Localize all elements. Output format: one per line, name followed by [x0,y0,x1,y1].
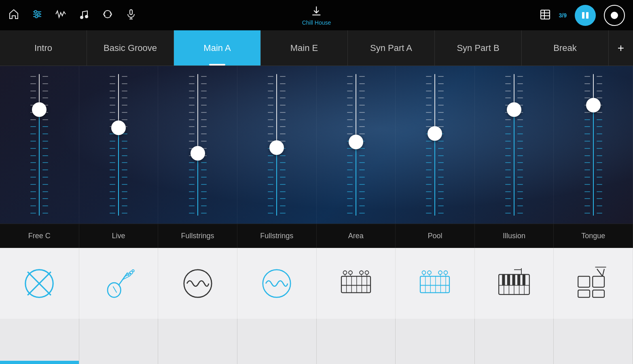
channel-1 [0,66,79,224]
track-list-icon[interactable] [540,9,551,22]
tab-syn-part-a[interactable]: Syn Part A [348,30,435,66]
fader-knob-5[interactable] [349,135,363,149]
bottom-cell-1 [0,319,79,364]
level-marks-right-6 [438,74,444,216]
add-tab-button[interactable]: + [609,30,633,66]
bottom-strip [0,319,633,364]
channel-label-2: Live [79,224,159,248]
mixer-channels [0,66,633,224]
level-marks-left-8 [584,74,590,216]
waveform-icon[interactable] [55,8,66,22]
instrument-icon-7[interactable] [475,248,554,319]
fader-track-1[interactable] [38,74,41,216]
fader-2[interactable] [110,74,127,216]
mic-icon[interactable] [125,8,137,22]
play-pause-button[interactable] [575,5,596,26]
svg-point-7 [85,15,88,18]
svg-point-56 [444,271,448,274]
svg-point-38 [343,271,347,274]
svg-line-28 [113,286,116,292]
bottom-cell-4 [237,319,317,364]
fader-knob-3[interactable] [191,146,205,161]
download-icon[interactable] [311,5,322,19]
svg-rect-69 [512,274,515,285]
level-marks-right-1 [42,74,48,216]
fader-1[interactable] [30,74,48,216]
fader-track-5[interactable] [354,74,358,216]
svg-rect-76 [593,276,604,287]
bottom-cell-5 [317,319,396,364]
svg-rect-17 [586,12,589,19]
instrument-icon-5[interactable] [317,248,396,319]
svg-rect-46 [420,276,449,293]
instrument-icon-3[interactable] [158,248,237,319]
mixer-area [0,66,633,224]
level-marks-right-7 [517,74,523,216]
fader-knob-1[interactable] [32,102,47,117]
fader-knob-6[interactable] [428,126,442,141]
fader-track-8[interactable] [592,74,595,216]
channel-label-4: Fullstrings [237,224,317,248]
track-counter: 3/9 [559,12,567,19]
fader-5[interactable] [347,74,365,216]
fader-track-4[interactable] [275,74,278,216]
svg-rect-71 [523,274,525,285]
fader-track-7[interactable] [512,74,516,216]
tab-intro[interactable]: Intro [0,30,87,66]
channel-label-5: Area [317,224,396,248]
svg-rect-75 [578,276,590,287]
top-nav: Chill House 3/9 [0,0,633,30]
level-marks-left-1 [30,74,36,216]
level-marks-left-7 [505,74,511,216]
tab-break[interactable]: Break [522,30,609,66]
svg-point-41 [365,271,368,274]
level-marks-right-2 [122,74,127,216]
instrument-icon-1[interactable] [0,248,79,319]
channel-4 [237,66,317,224]
svg-rect-8 [130,10,132,15]
svg-point-4 [38,13,40,15]
record-button[interactable] [604,5,625,26]
fader-knob-8[interactable] [586,98,601,112]
fader-knob-4[interactable] [269,140,284,155]
instrument-icon-2[interactable] [79,248,159,319]
project-name: Chill House [302,19,331,26]
tab-main-e[interactable]: Main E [261,30,348,66]
instrument-icon-4[interactable] [237,248,317,319]
level-marks-right-3 [201,74,207,216]
fader-8[interactable] [584,74,602,216]
bottom-cell-3 [158,319,237,364]
home-icon[interactable] [8,8,19,22]
svg-point-55 [438,271,442,274]
channel-3 [158,66,237,224]
svg-point-5 [35,15,38,18]
notes-icon[interactable] [78,8,90,22]
fader-knob-7[interactable] [507,102,521,117]
nav-center: Chill House [302,5,331,26]
channel-label-1: Free C [0,224,79,248]
fader-6[interactable] [426,74,444,216]
channel-label-7: Illusion [475,224,554,248]
svg-rect-67 [502,274,505,285]
bottom-bar-1 [0,361,79,364]
loop-icon[interactable] [102,8,113,22]
fader-7[interactable] [505,74,523,216]
fader-track-3[interactable] [196,74,199,216]
fader-knob-2[interactable] [111,121,126,135]
level-marks-left-2 [110,74,115,216]
tab-basic-groove[interactable]: Basic Groove [87,30,174,66]
level-marks-left-3 [189,74,195,216]
svg-line-22 [119,273,128,286]
fader-track-6[interactable] [433,74,436,216]
mixer-icon[interactable] [32,8,43,22]
bottom-cell-7 [475,319,554,364]
instrument-icon-8[interactable] [554,248,633,319]
svg-rect-16 [582,12,584,19]
instrument-icon-6[interactable] [396,248,475,319]
fader-4[interactable] [268,74,286,216]
svg-point-39 [349,271,352,274]
fader-track-2[interactable] [117,74,120,216]
tab-main-a[interactable]: Main A [174,30,261,66]
tab-syn-part-b[interactable]: Syn Part B [435,30,522,66]
fader-3[interactable] [189,74,207,216]
